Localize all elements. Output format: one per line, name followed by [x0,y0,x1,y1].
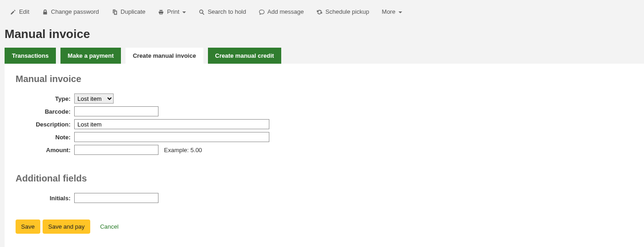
caret-down-icon [182,11,186,13]
type-select[interactable]: Lost item [74,93,114,104]
amount-hint: Example: 5.00 [164,147,202,154]
search-to-hold-button[interactable]: Search to hold [193,5,251,18]
refresh-icon [317,9,322,15]
section-additional-fields: Additional fields Initials: [16,173,633,203]
copy-icon [112,9,118,15]
lock-icon [42,9,48,15]
amount-input[interactable] [74,145,158,155]
label-type: Type: [16,95,74,102]
note-input[interactable] [74,132,269,142]
label-barcode: Barcode: [16,108,74,115]
row-note: Note: [16,132,633,142]
actions-bar: Save Save and pay Cancel [16,220,633,234]
comment-icon [259,9,265,15]
tab-make-payment[interactable]: Make a payment [60,48,121,64]
add-message-label: Add message [267,8,304,15]
label-initials: Initials: [16,195,74,202]
print-label: Print [167,8,180,15]
edit-label: Edit [19,8,29,15]
row-description: Description: [16,119,633,129]
row-initials: Initials: [16,193,633,203]
save-button[interactable]: Save [16,220,40,234]
content-panel: Manual invoice Type: Lost item Barcode: … [5,64,644,247]
section-additional-fields-title: Additional fields [16,173,633,184]
description-input[interactable] [74,119,269,129]
initials-input[interactable] [74,193,158,203]
change-password-label: Change password [51,8,99,15]
print-icon [158,9,164,15]
caret-down-icon [398,11,402,13]
tab-transactions[interactable]: Transactions [5,48,56,64]
label-description: Description: [16,121,74,128]
toolbar: Edit Change password Duplicate Print Sea… [0,0,644,27]
row-type: Type: Lost item [16,93,633,104]
schedule-pickup-label: Schedule pickup [326,8,369,15]
row-barcode: Barcode: [16,106,633,116]
search-icon [199,9,205,15]
more-label: More [382,8,396,15]
schedule-pickup-button[interactable]: Schedule pickup [311,5,375,18]
page-title: Manual invoice [0,27,644,48]
search-to-hold-label: Search to hold [207,8,246,15]
print-button[interactable]: Print [153,5,191,18]
cancel-link[interactable]: Cancel [100,223,118,230]
tab-create-manual-credit[interactable]: Create manual credit [208,48,282,64]
duplicate-label: Duplicate [120,8,145,15]
label-note: Note: [16,134,74,141]
row-amount: Amount: Example: 5.00 [16,145,633,155]
add-message-button[interactable]: Add message [253,5,309,18]
barcode-input[interactable] [74,106,158,116]
more-button[interactable]: More [377,5,408,18]
edit-button[interactable]: Edit [5,5,35,18]
tabs: Transactions Make a payment Create manua… [0,48,644,64]
save-and-pay-button[interactable]: Save and pay [43,220,90,234]
tab-create-manual-invoice[interactable]: Create manual invoice [126,48,203,64]
change-password-button[interactable]: Change password [37,5,104,18]
pencil-icon [10,9,16,15]
section-manual-invoice-title: Manual invoice [16,74,633,84]
label-amount: Amount: [16,147,74,154]
duplicate-button[interactable]: Duplicate [106,5,151,18]
